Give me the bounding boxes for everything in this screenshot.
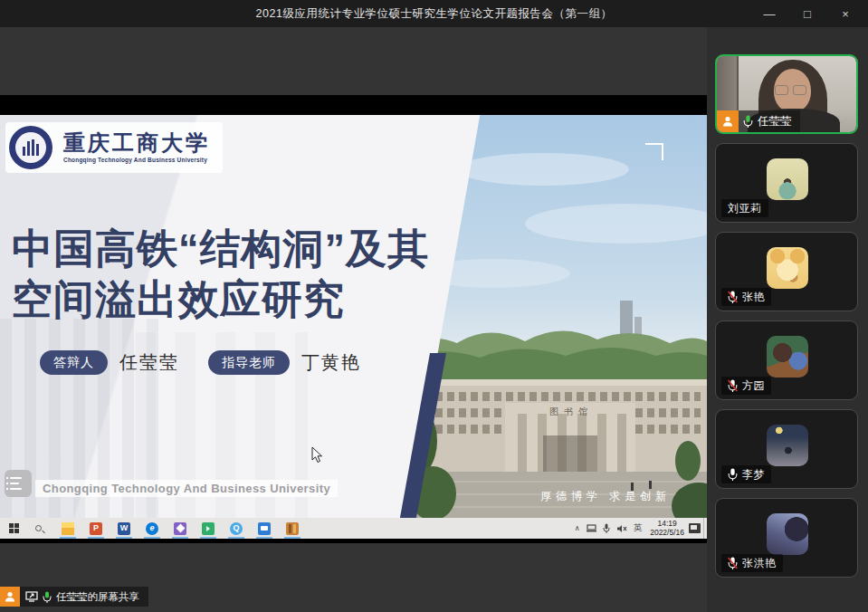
file-explorer-icon[interactable] xyxy=(58,518,78,539)
mic-active-icon xyxy=(43,591,52,603)
tray-mic-icon[interactable] xyxy=(603,523,610,533)
maximize-button[interactable]: □ xyxy=(788,0,826,27)
participant-name: 李梦 xyxy=(742,467,765,483)
slide-title-line1: 中国高铁“结构洞”及其 xyxy=(12,224,429,274)
mic-muted-icon xyxy=(728,291,738,303)
participants-sidebar: 任莹莹 刘亚莉 张艳 方园 xyxy=(707,27,868,612)
search-icon[interactable] xyxy=(27,525,49,531)
avatar xyxy=(767,425,808,466)
participant-tile-fangyuan[interactable]: 方园 xyxy=(715,320,858,400)
avatar xyxy=(767,336,808,378)
meeting-title: 2021级应用统计专业学位硕士研究生学位论文开题报告会（第一组） xyxy=(256,6,613,22)
screen-share-icon xyxy=(25,591,38,602)
taskbar-apps: P W e Q xyxy=(58,518,302,539)
participant-tile-zhanghongyan[interactable]: 张洪艳 xyxy=(715,498,858,578)
presentation-slide: 重庆工商大学 Chongqing Technology And Business… xyxy=(0,115,707,518)
participant-tile-liuyali[interactable]: 刘亚莉 xyxy=(715,143,858,223)
slide-title: 中国高铁“结构洞”及其 空间溢出效应研究 xyxy=(12,224,429,325)
shared-screen: 重庆工商大学 Chongqing Technology And Business… xyxy=(0,95,707,543)
slide-footer-text: Chongqing Technology And Business Univer… xyxy=(35,480,338,497)
mic-muted-icon xyxy=(728,557,738,569)
list-icon xyxy=(5,470,32,497)
participant-tile-limeng[interactable]: 李梦 xyxy=(715,409,858,489)
shared-screen-stage: 重庆工商大学 Chongqing Technology And Business… xyxy=(0,27,707,612)
windows-taskbar: P W e Q ∧ 英 14:19 xyxy=(0,518,707,539)
system-tray: ∧ 英 xyxy=(575,522,642,534)
taskbar-clock[interactable]: 14:19 2022/5/16 xyxy=(650,520,684,538)
edge-icon[interactable]: e xyxy=(142,518,162,539)
mouse-cursor xyxy=(311,446,323,467)
university-name-cn: 重庆工商大学 xyxy=(63,132,210,154)
school-motto: 厚德博学 求是创新 xyxy=(540,489,671,504)
minimize-button[interactable]: — xyxy=(750,0,788,27)
advisor-label-pill: 指导老师 xyxy=(208,350,290,375)
meeting-window: 2021级应用统计专业学位硕士研究生学位论文开题报告会（第一组） — □ × 重… xyxy=(0,0,868,612)
avatar xyxy=(767,247,808,289)
advisor-name: 丁黄艳 xyxy=(301,350,361,375)
word-icon[interactable]: W xyxy=(114,518,134,539)
powerpoint-icon[interactable]: P xyxy=(86,518,106,539)
advisor-group: 指导老师 丁黄艳 xyxy=(208,350,361,375)
title-bar: 2021级应用统计专业学位硕士研究生学位论文开题报告会（第一组） — □ × xyxy=(0,0,868,27)
window-controls: — □ × xyxy=(750,0,864,27)
participant-tile-zhangyan[interactable]: 张艳 xyxy=(715,232,858,311)
meeting-app-icon[interactable] xyxy=(254,518,274,539)
participant-name: 任莹莹 xyxy=(758,114,792,129)
presenter-avatar-icon xyxy=(0,587,20,607)
close-button[interactable]: × xyxy=(826,0,864,27)
device-icon[interactable] xyxy=(587,524,596,532)
defender-group: 答辩人 任莹莹 xyxy=(40,350,179,375)
corner-bracket-decoration xyxy=(645,143,663,160)
photos-icon[interactable] xyxy=(170,518,190,539)
share-banner-text: 任莹莹的屏幕共享 xyxy=(56,590,139,604)
qq-icon[interactable]: Q xyxy=(226,518,246,539)
participant-name: 张艳 xyxy=(742,290,765,305)
mic-on-icon xyxy=(728,468,738,481)
defender-label-pill: 答辩人 xyxy=(40,350,108,375)
language-indicator[interactable]: 英 xyxy=(634,522,643,534)
university-name-en: Chongqing Technology And Business Univer… xyxy=(63,157,210,163)
volume-muted-icon[interactable] xyxy=(616,524,627,533)
mic-muted-icon xyxy=(728,379,738,392)
whiteboard-icon[interactable] xyxy=(198,518,218,539)
avatar xyxy=(767,513,808,555)
taskbar-date: 2022/5/16 xyxy=(650,529,684,538)
participant-name: 方园 xyxy=(742,378,765,394)
participant-name: 张洪艳 xyxy=(742,556,777,571)
participant-name: 刘亚莉 xyxy=(728,201,762,216)
tray-expand-icon[interactable]: ∧ xyxy=(575,524,580,532)
university-logo-icon xyxy=(9,126,52,169)
participant-tile-renyingying[interactable]: 任莹莹 xyxy=(715,54,858,134)
building-sign: 图书馆 xyxy=(549,406,593,416)
slide-title-line2: 空间溢出效应研究 xyxy=(12,274,429,325)
start-button-icon[interactable] xyxy=(0,518,27,539)
defender-name: 任莹莹 xyxy=(119,350,179,375)
action-center-icon[interactable] xyxy=(689,523,701,533)
avatar xyxy=(767,158,808,200)
university-logo-block: 重庆工商大学 Chongqing Technology And Business… xyxy=(5,122,223,173)
reader-app-icon[interactable] xyxy=(282,518,302,539)
mic-active-icon xyxy=(743,115,753,128)
presenter-badge-icon xyxy=(717,110,739,132)
screen-share-banner: 任莹莹的屏幕共享 xyxy=(0,587,148,607)
